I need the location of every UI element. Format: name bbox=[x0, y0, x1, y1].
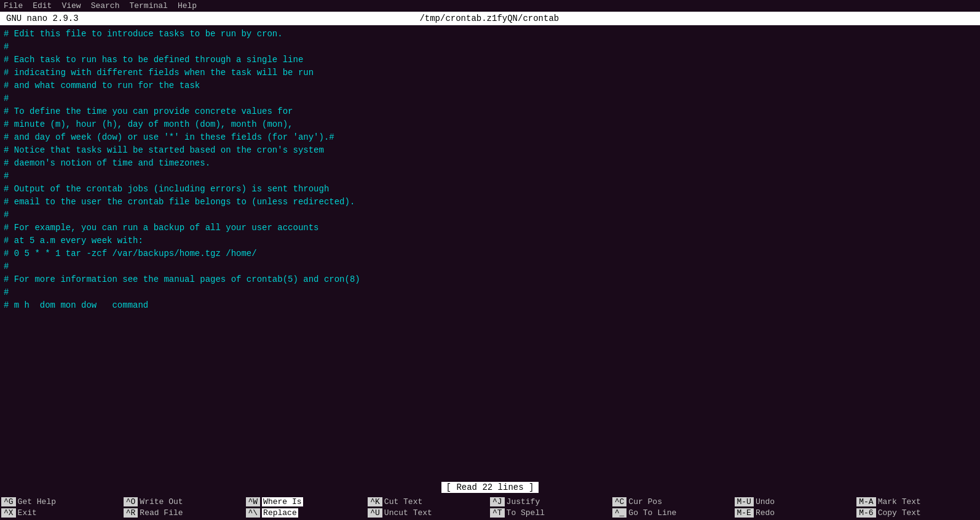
editor-line: # To define the time you can provide con… bbox=[4, 105, 976, 118]
shortcut-key[interactable]: M-6 bbox=[856, 508, 875, 518]
shortcut-label: Undo bbox=[756, 497, 775, 506]
shortcut-label: Justify bbox=[507, 497, 540, 506]
shortcut-label: Replace bbox=[262, 508, 298, 518]
shortcut-key[interactable]: ^K bbox=[368, 497, 382, 506]
shortcut-item: M-6Copy Text bbox=[856, 508, 979, 518]
editor-line: # bbox=[4, 41, 976, 54]
shortcut-item: M-AMark Text bbox=[856, 497, 979, 506]
shortcut-key[interactable]: ^W bbox=[246, 497, 261, 506]
shortcut-bar: ^GGet Help^XExit^OWrite Out^RRead File^W… bbox=[0, 495, 980, 520]
shortcut-item: ^OWrite Out bbox=[124, 497, 246, 506]
shortcut-label: Redo bbox=[756, 508, 775, 518]
shortcut-item: ^WWhere Is bbox=[246, 497, 368, 506]
shortcut-item: ^GGet Help bbox=[1, 497, 124, 506]
shortcut-key[interactable]: ^U bbox=[368, 508, 382, 518]
shortcut-key[interactable]: ^O bbox=[124, 497, 138, 506]
shortcut-label: Uncut Text bbox=[384, 508, 432, 518]
shortcut-item: M-UUndo bbox=[735, 497, 857, 506]
editor-area[interactable]: # Edit this file to introduce tasks to b… bbox=[0, 25, 980, 480]
shortcut-label: Read File bbox=[140, 508, 183, 518]
shortcut-label: Cur Pos bbox=[628, 497, 662, 506]
title-bar: GNU nano 2.9.3 /tmp/crontab.z1fyQN/cront… bbox=[0, 12, 980, 25]
status-bar: [ Read 22 lines ] bbox=[0, 480, 980, 495]
editor-line: # For example, you can run a backup of a… bbox=[4, 222, 976, 234]
status-message: [ Read 22 lines ] bbox=[441, 482, 539, 493]
app-name: GNU nano 2.9.3 bbox=[6, 14, 79, 23]
editor-line: # and day of week (dow) or use '*' in th… bbox=[4, 131, 976, 144]
shortcut-item: ^CCur Pos bbox=[612, 497, 735, 506]
menu-help[interactable]: Help bbox=[178, 1, 197, 10]
editor-line: # daemon's notion of time and timezones. bbox=[4, 157, 976, 170]
editor-line: # bbox=[4, 92, 976, 105]
menu-edit[interactable]: Edit bbox=[33, 1, 52, 10]
menu-bar: File Edit View Search Terminal Help bbox=[0, 0, 980, 12]
shortcut-column: M-AMark TextM-6Copy Text bbox=[856, 497, 979, 518]
editor-line: # Output of the crontab jobs (including … bbox=[4, 183, 976, 196]
shortcut-key[interactable]: M-E bbox=[735, 508, 754, 518]
shortcut-column: ^KCut Text^UUncut Text bbox=[368, 497, 490, 518]
editor-line: # 0 5 * * 1 tar -zcf /var/backups/home.t… bbox=[4, 247, 976, 260]
shortcut-key[interactable]: M-A bbox=[856, 497, 875, 506]
menu-terminal[interactable]: Terminal bbox=[129, 1, 167, 10]
shortcut-item: ^_Go To Line bbox=[612, 508, 735, 518]
shortcut-column: ^JJustify^TTo Spell bbox=[490, 497, 612, 518]
shortcut-item: M-ERedo bbox=[735, 508, 857, 518]
menu-file[interactable]: File bbox=[4, 1, 23, 10]
shortcut-label: Go To Line bbox=[628, 508, 676, 518]
shortcut-key[interactable]: ^X bbox=[1, 508, 16, 518]
shortcut-item: ^KCut Text bbox=[368, 497, 490, 506]
shortcut-item: ^RRead File bbox=[124, 508, 246, 518]
shortcut-column: ^GGet Help^XExit bbox=[1, 497, 124, 518]
editor-line: # For more information see the manual pa… bbox=[4, 273, 976, 286]
shortcut-label: Cut Text bbox=[384, 497, 422, 506]
shortcut-column: M-UUndoM-ERedo bbox=[735, 497, 857, 518]
shortcut-column: ^WWhere Is^\Replace bbox=[246, 497, 368, 518]
shortcut-label: Where Is bbox=[262, 497, 302, 506]
shortcut-key[interactable]: ^\ bbox=[246, 508, 261, 518]
shortcut-item: ^\Replace bbox=[246, 508, 368, 518]
shortcut-key[interactable]: ^T bbox=[490, 508, 505, 518]
shortcut-column: ^CCur Pos^_Go To Line bbox=[612, 497, 735, 518]
shortcut-column: ^OWrite Out^RRead File bbox=[124, 497, 246, 518]
menu-search[interactable]: Search bbox=[91, 1, 120, 10]
editor-line: # bbox=[4, 209, 976, 222]
shortcut-key[interactable]: ^_ bbox=[612, 508, 627, 518]
file-path: /tmp/crontab.z1fyQN/crontab bbox=[79, 14, 900, 23]
shortcut-label: Write Out bbox=[140, 497, 183, 506]
shortcut-label: Copy Text bbox=[878, 508, 921, 518]
editor-line: # Notice that tasks will be started base… bbox=[4, 144, 976, 157]
shortcut-key[interactable]: M-U bbox=[735, 497, 754, 506]
editor-line: # at 5 a.m every week with: bbox=[4, 234, 976, 247]
editor-line: # Each task to run has to be defined thr… bbox=[4, 54, 976, 66]
shortcut-item: ^TTo Spell bbox=[490, 508, 612, 518]
shortcut-label: Mark Text bbox=[878, 497, 921, 506]
editor-line: # minute (m), hour (h), day of month (do… bbox=[4, 118, 976, 131]
shortcut-label: To Spell bbox=[507, 508, 545, 518]
shortcut-label: Get Help bbox=[18, 497, 56, 506]
menu-view[interactable]: View bbox=[61, 1, 81, 10]
editor-line: # m h dom mon dow command bbox=[4, 299, 976, 312]
editor-line: # email to the user the crontab file bel… bbox=[4, 196, 976, 209]
shortcut-item: ^XExit bbox=[1, 508, 124, 518]
editor-line: # bbox=[4, 286, 976, 299]
editor-line: # and what command to run for the task bbox=[4, 79, 976, 92]
shortcut-label: Exit bbox=[18, 508, 37, 518]
shortcut-key[interactable]: ^J bbox=[490, 497, 505, 506]
editor-line: # bbox=[4, 170, 976, 183]
editor-line: # indicating with different fields when … bbox=[4, 66, 976, 79]
shortcut-key[interactable]: ^R bbox=[124, 508, 138, 518]
shortcut-key[interactable]: ^C bbox=[612, 497, 627, 506]
shortcut-item: ^UUncut Text bbox=[368, 508, 490, 518]
shortcut-key[interactable]: ^G bbox=[1, 497, 16, 506]
editor-line: # Edit this file to introduce tasks to b… bbox=[4, 28, 976, 41]
shortcut-item: ^JJustify bbox=[490, 497, 612, 506]
editor-line: # bbox=[4, 260, 976, 273]
